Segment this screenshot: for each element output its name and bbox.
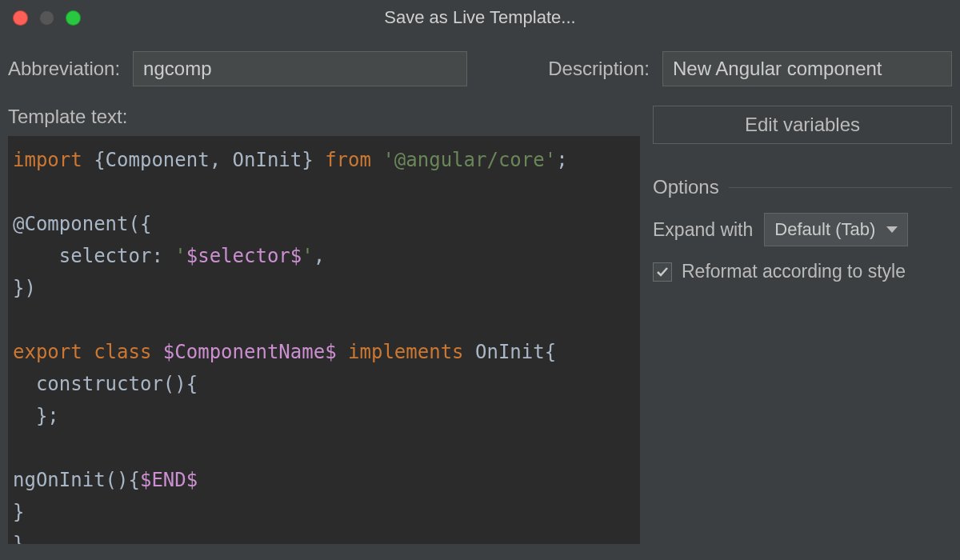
main-row: Template text: import {Component, OnInit… <box>8 106 952 544</box>
expand-with-row: Expand with Default (Tab) <box>653 213 952 246</box>
reformat-checkbox[interactable] <box>653 262 672 282</box>
minimize-icon <box>39 10 54 26</box>
description-label: Description: <box>548 58 650 80</box>
edit-variables-button[interactable]: Edit variables <box>653 106 952 144</box>
expand-with-value: Default (Tab) <box>774 219 875 240</box>
reformat-row: Reformat according to style <box>653 261 952 282</box>
check-icon <box>655 265 670 279</box>
description-input[interactable] <box>662 51 952 86</box>
titlebar: Save as Live Template... <box>0 0 960 35</box>
options-header: Options <box>653 176 952 198</box>
window-title: Save as Live Template... <box>0 7 960 28</box>
top-row: Abbreviation: Description: <box>8 51 952 86</box>
template-text-label: Template text: <box>8 106 640 128</box>
reformat-label: Reformat according to style <box>682 261 906 282</box>
expand-with-label: Expand with <box>653 219 753 241</box>
divider <box>729 187 952 188</box>
options-column: Edit variables Options Expand with Defau… <box>653 106 952 282</box>
abbreviation-label: Abbreviation: <box>8 58 120 80</box>
expand-with-select[interactable]: Default (Tab) <box>764 213 908 246</box>
close-icon[interactable] <box>13 10 28 26</box>
window-controls <box>0 10 81 26</box>
template-text-area[interactable]: import {Component, OnInit} from '@angula… <box>8 136 640 544</box>
zoom-icon[interactable] <box>66 10 81 26</box>
dialog-content: Abbreviation: Description: Template text… <box>0 35 960 544</box>
options-header-label: Options <box>653 176 719 198</box>
template-column: Template text: import {Component, OnInit… <box>8 106 640 544</box>
abbreviation-input[interactable] <box>133 51 467 86</box>
chevron-down-icon <box>886 226 898 233</box>
